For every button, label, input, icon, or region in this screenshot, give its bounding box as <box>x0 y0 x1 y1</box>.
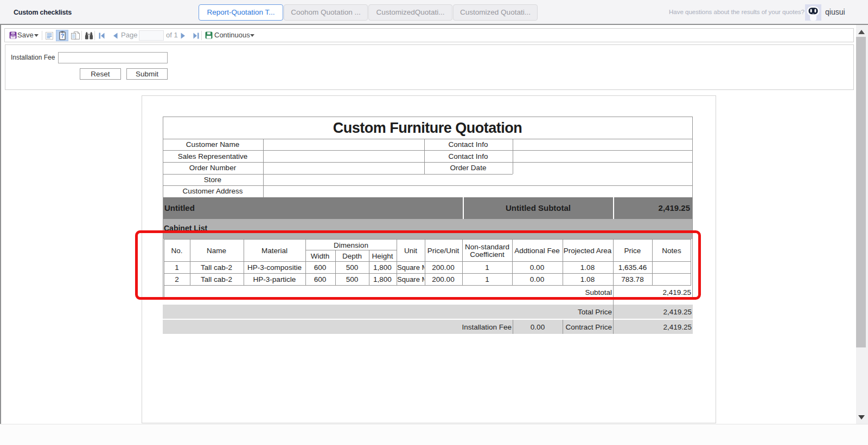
svg-text:No.: No. <box>171 247 182 255</box>
svg-text:Installation Fee: Installation Fee <box>462 323 512 331</box>
svg-text:1: 1 <box>175 263 179 272</box>
svg-text:600: 600 <box>314 263 327 272</box>
svg-text:Dimension: Dimension <box>334 241 368 249</box>
svg-text:Coefficient: Coefficient <box>470 250 505 259</box>
svg-text:200.00: 200.00 <box>432 275 454 283</box>
svg-text:Non-standard: Non-standard <box>465 243 509 251</box>
svg-text:Projected Area: Projected Area <box>564 247 612 255</box>
svg-text:HP-3-particle: HP-3-particle <box>253 275 296 283</box>
svg-text:200.00: 200.00 <box>432 263 454 272</box>
svg-text:0.00: 0.00 <box>530 263 544 272</box>
svg-text:Unit: Unit <box>404 247 417 255</box>
svg-text:1: 1 <box>485 275 489 283</box>
svg-text:Order Number: Order Number <box>189 164 237 172</box>
svg-text:0.00: 0.00 <box>530 275 544 283</box>
svg-text:2,419.25: 2,419.25 <box>659 203 690 212</box>
svg-text:Store: Store <box>204 176 221 184</box>
svg-text:Total Price: Total Price <box>578 308 612 316</box>
svg-text:1,635.46: 1,635.46 <box>618 263 647 272</box>
svg-text:Untitled Subtotal: Untitled Subtotal <box>506 203 571 212</box>
svg-text:2: 2 <box>175 275 179 283</box>
svg-text:1: 1 <box>485 263 489 272</box>
svg-text:1,800: 1,800 <box>373 263 392 272</box>
svg-text:Height: Height <box>372 252 393 260</box>
svg-text:Sales Representative: Sales Representative <box>178 152 247 160</box>
svg-text:1.08: 1.08 <box>580 275 595 283</box>
svg-text:500: 500 <box>346 275 359 283</box>
svg-text:Tall cab-2: Tall cab-2 <box>201 275 232 283</box>
svg-text:1.08: 1.08 <box>580 263 595 272</box>
svg-text:Custom Furniture Quotation: Custom Furniture Quotation <box>333 120 522 136</box>
svg-text:Depth: Depth <box>342 252 362 260</box>
svg-text:1,800: 1,800 <box>373 275 392 283</box>
svg-text:2,419.25: 2,419.25 <box>663 323 692 331</box>
svg-text:Material: Material <box>261 247 288 255</box>
svg-text:Contact Info: Contact Info <box>449 152 488 160</box>
svg-text:Contract Price: Contract Price <box>565 323 612 331</box>
svg-text:Notes: Notes <box>662 247 681 255</box>
svg-text:HP-3-compositie: HP-3-compositie <box>247 263 302 272</box>
svg-text:783.78: 783.78 <box>621 275 643 283</box>
svg-text:Subtotal: Subtotal <box>585 288 612 296</box>
svg-text:Customer Address: Customer Address <box>182 187 242 195</box>
svg-text:Price/Unit: Price/Unit <box>427 247 459 255</box>
svg-text:Contact Info: Contact Info <box>449 140 488 149</box>
svg-text:Addtional Fee: Addtional Fee <box>514 247 559 255</box>
svg-text:2,419.25: 2,419.25 <box>662 288 691 296</box>
svg-text:Price: Price <box>624 247 641 255</box>
svg-text:Customer Name: Customer Name <box>186 140 239 149</box>
svg-text:Order Date: Order Date <box>450 164 487 172</box>
svg-text:0.00: 0.00 <box>531 323 545 331</box>
svg-text:600: 600 <box>314 275 327 283</box>
svg-text:Tall cab-2: Tall cab-2 <box>201 263 232 272</box>
svg-text:Name: Name <box>207 247 226 255</box>
svg-text:Width: Width <box>311 252 330 260</box>
svg-text:2,419.25: 2,419.25 <box>663 308 692 316</box>
svg-text:Untitled: Untitled <box>164 203 195 212</box>
svg-text:500: 500 <box>346 263 359 272</box>
